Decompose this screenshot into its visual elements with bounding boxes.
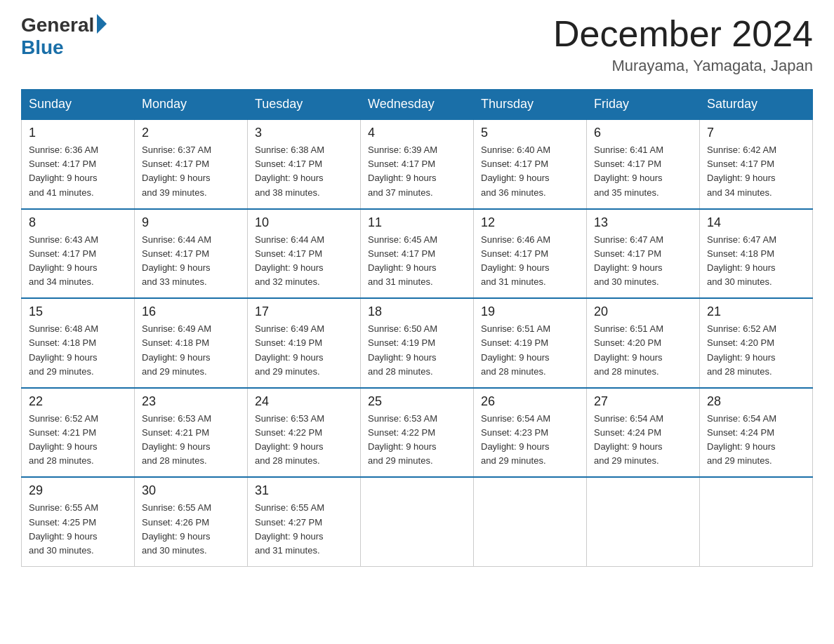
weekday-header-thursday: Thursday	[474, 90, 587, 120]
day-info: Sunrise: 6:40 AMSunset: 4:17 PMDaylight:…	[481, 145, 550, 197]
calendar-cell	[587, 477, 700, 566]
calendar-cell: 5 Sunrise: 6:40 AMSunset: 4:17 PMDayligh…	[474, 119, 587, 209]
day-info: Sunrise: 6:41 AMSunset: 4:17 PMDaylight:…	[594, 145, 663, 197]
day-info: Sunrise: 6:54 AMSunset: 4:24 PMDaylight:…	[594, 413, 663, 466]
week-row-3: 15 Sunrise: 6:48 AMSunset: 4:18 PMDaylig…	[22, 298, 813, 388]
calendar-cell: 22 Sunrise: 6:52 AMSunset: 4:21 PMDaylig…	[22, 388, 135, 478]
calendar-cell: 11 Sunrise: 6:45 AMSunset: 4:17 PMDaylig…	[361, 209, 474, 299]
day-number: 28	[707, 394, 805, 409]
day-number: 27	[594, 394, 692, 409]
calendar-cell: 25 Sunrise: 6:53 AMSunset: 4:22 PMDaylig…	[361, 388, 474, 478]
weekday-header-wednesday: Wednesday	[361, 90, 474, 120]
day-number: 13	[594, 215, 692, 230]
calendar-cell: 29 Sunrise: 6:55 AMSunset: 4:25 PMDaylig…	[22, 477, 135, 566]
day-info: Sunrise: 6:47 AMSunset: 4:17 PMDaylight:…	[594, 234, 663, 287]
day-number: 14	[707, 215, 805, 230]
week-row-2: 8 Sunrise: 6:43 AMSunset: 4:17 PMDayligh…	[22, 209, 813, 299]
day-info: Sunrise: 6:52 AMSunset: 4:21 PMDaylight:…	[29, 413, 98, 466]
month-title: December 2024	[553, 14, 813, 54]
day-info: Sunrise: 6:53 AMSunset: 4:22 PMDaylight:…	[368, 413, 437, 466]
logo: General Blue	[21, 14, 107, 59]
day-number: 7	[707, 126, 805, 140]
day-number: 15	[29, 304, 127, 319]
day-info: Sunrise: 6:39 AMSunset: 4:17 PMDaylight:…	[368, 145, 437, 197]
logo-general-label: General	[21, 14, 94, 36]
calendar-cell: 23 Sunrise: 6:53 AMSunset: 4:21 PMDaylig…	[135, 388, 248, 478]
calendar-cell: 2 Sunrise: 6:37 AMSunset: 4:17 PMDayligh…	[135, 119, 248, 209]
logo-arrow-icon	[97, 14, 107, 34]
calendar-header: SundayMondayTuesdayWednesdayThursdayFrid…	[22, 90, 813, 120]
day-info: Sunrise: 6:54 AMSunset: 4:24 PMDaylight:…	[707, 413, 776, 466]
calendar-cell: 21 Sunrise: 6:52 AMSunset: 4:20 PMDaylig…	[700, 298, 813, 388]
calendar-cell: 27 Sunrise: 6:54 AMSunset: 4:24 PMDaylig…	[587, 388, 700, 478]
calendar-cell: 6 Sunrise: 6:41 AMSunset: 4:17 PMDayligh…	[587, 119, 700, 209]
day-number: 2	[142, 126, 240, 140]
calendar-cell: 4 Sunrise: 6:39 AMSunset: 4:17 PMDayligh…	[361, 119, 474, 209]
page-header: General Blue December 2024 Murayama, Yam…	[21, 14, 813, 75]
calendar-cell	[361, 477, 474, 566]
calendar-body: 1 Sunrise: 6:36 AMSunset: 4:17 PMDayligh…	[22, 119, 813, 566]
calendar-table: SundayMondayTuesdayWednesdayThursdayFrid…	[21, 89, 813, 567]
calendar-cell: 10 Sunrise: 6:44 AMSunset: 4:17 PMDaylig…	[248, 209, 361, 299]
day-info: Sunrise: 6:38 AMSunset: 4:17 PMDaylight:…	[255, 145, 324, 197]
weekday-header-monday: Monday	[135, 90, 248, 120]
day-info: Sunrise: 6:55 AMSunset: 4:25 PMDaylight:…	[29, 502, 98, 555]
calendar-cell: 17 Sunrise: 6:49 AMSunset: 4:19 PMDaylig…	[248, 298, 361, 388]
day-number: 20	[594, 304, 692, 319]
calendar-cell: 15 Sunrise: 6:48 AMSunset: 4:18 PMDaylig…	[22, 298, 135, 388]
weekday-header-saturday: Saturday	[700, 90, 813, 120]
calendar-cell: 26 Sunrise: 6:54 AMSunset: 4:23 PMDaylig…	[474, 388, 587, 478]
day-info: Sunrise: 6:42 AMSunset: 4:17 PMDaylight:…	[707, 145, 776, 197]
calendar-cell: 18 Sunrise: 6:50 AMSunset: 4:19 PMDaylig…	[361, 298, 474, 388]
day-number: 10	[255, 215, 353, 230]
logo-general-text: General	[21, 14, 107, 36]
calendar-cell	[700, 477, 813, 566]
day-info: Sunrise: 6:49 AMSunset: 4:19 PMDaylight:…	[255, 323, 324, 376]
calendar-cell: 1 Sunrise: 6:36 AMSunset: 4:17 PMDayligh…	[22, 119, 135, 209]
day-info: Sunrise: 6:54 AMSunset: 4:23 PMDaylight:…	[481, 413, 550, 466]
day-info: Sunrise: 6:46 AMSunset: 4:17 PMDaylight:…	[481, 234, 550, 287]
day-number: 31	[255, 483, 353, 498]
day-number: 18	[368, 304, 466, 319]
week-row-1: 1 Sunrise: 6:36 AMSunset: 4:17 PMDayligh…	[22, 119, 813, 209]
week-row-5: 29 Sunrise: 6:55 AMSunset: 4:25 PMDaylig…	[22, 477, 813, 566]
day-number: 9	[142, 215, 240, 230]
calendar-cell: 13 Sunrise: 6:47 AMSunset: 4:17 PMDaylig…	[587, 209, 700, 299]
location-label: Murayama, Yamagata, Japan	[553, 57, 813, 75]
weekday-header-sunday: Sunday	[22, 90, 135, 120]
calendar-cell: 8 Sunrise: 6:43 AMSunset: 4:17 PMDayligh…	[22, 209, 135, 299]
day-number: 22	[29, 394, 127, 409]
calendar-cell: 28 Sunrise: 6:54 AMSunset: 4:24 PMDaylig…	[700, 388, 813, 478]
day-number: 1	[29, 126, 127, 140]
weekday-header-tuesday: Tuesday	[248, 90, 361, 120]
day-number: 3	[255, 126, 353, 140]
day-number: 23	[142, 394, 240, 409]
day-info: Sunrise: 6:53 AMSunset: 4:22 PMDaylight:…	[255, 413, 324, 466]
day-info: Sunrise: 6:52 AMSunset: 4:20 PMDaylight:…	[707, 323, 776, 376]
logo-blue-label: Blue	[21, 36, 64, 59]
day-number: 25	[368, 394, 466, 409]
day-number: 24	[255, 394, 353, 409]
calendar-cell: 24 Sunrise: 6:53 AMSunset: 4:22 PMDaylig…	[248, 388, 361, 478]
day-number: 16	[142, 304, 240, 319]
day-number: 21	[707, 304, 805, 319]
day-info: Sunrise: 6:51 AMSunset: 4:20 PMDaylight:…	[594, 323, 663, 376]
weekday-row: SundayMondayTuesdayWednesdayThursdayFrid…	[22, 90, 813, 120]
calendar-cell: 31 Sunrise: 6:55 AMSunset: 4:27 PMDaylig…	[248, 477, 361, 566]
day-number: 19	[481, 304, 579, 319]
calendar-cell: 3 Sunrise: 6:38 AMSunset: 4:17 PMDayligh…	[248, 119, 361, 209]
calendar-cell: 9 Sunrise: 6:44 AMSunset: 4:17 PMDayligh…	[135, 209, 248, 299]
day-number: 6	[594, 126, 692, 140]
day-info: Sunrise: 6:45 AMSunset: 4:17 PMDaylight:…	[368, 234, 437, 287]
day-info: Sunrise: 6:36 AMSunset: 4:17 PMDaylight:…	[29, 145, 98, 197]
day-info: Sunrise: 6:49 AMSunset: 4:18 PMDaylight:…	[142, 323, 211, 376]
calendar-cell	[474, 477, 587, 566]
calendar-cell: 14 Sunrise: 6:47 AMSunset: 4:18 PMDaylig…	[700, 209, 813, 299]
day-info: Sunrise: 6:55 AMSunset: 4:26 PMDaylight:…	[142, 502, 211, 555]
day-number: 29	[29, 483, 127, 498]
day-number: 30	[142, 483, 240, 498]
title-area: December 2024 Murayama, Yamagata, Japan	[553, 14, 813, 75]
day-number: 4	[368, 126, 466, 140]
day-number: 5	[481, 126, 579, 140]
day-info: Sunrise: 6:47 AMSunset: 4:18 PMDaylight:…	[707, 234, 776, 287]
